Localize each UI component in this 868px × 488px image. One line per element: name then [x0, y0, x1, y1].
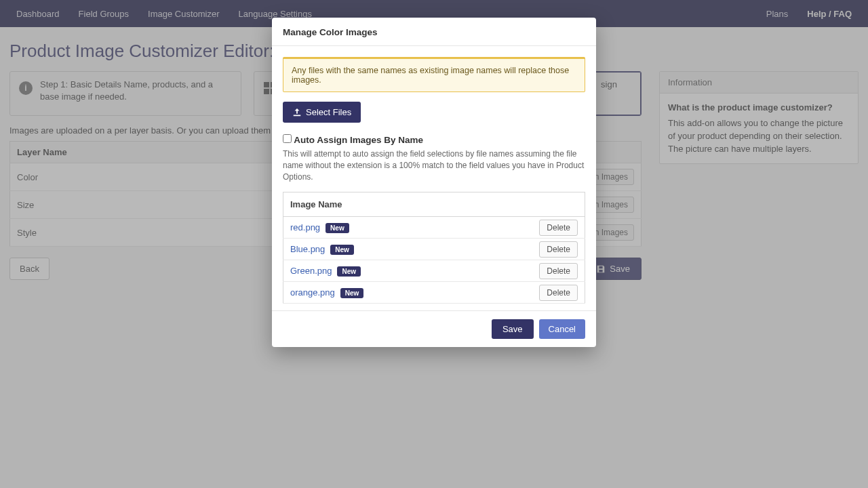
table-row: orange.pngNew Delete	[283, 282, 585, 304]
new-badge: New	[340, 288, 364, 298]
auto-assign-checkbox[interactable]	[283, 134, 292, 143]
auto-assign-label[interactable]: Auto Assign Images By Name	[283, 135, 423, 145]
image-name-link[interactable]: orange.png	[290, 287, 335, 298]
image-name-link[interactable]: Green.png	[290, 266, 332, 276]
table-row: Blue.pngNew Delete	[283, 239, 585, 260]
images-table-header: Image Name	[283, 192, 531, 217]
upload-icon	[292, 108, 302, 117]
images-table: Image Name red.pngNew Delete Blue.pngNew…	[283, 192, 585, 304]
new-badge: New	[330, 245, 354, 255]
manage-images-modal: Manage Color Images Any files with the s…	[272, 18, 596, 347]
delete-button[interactable]: Delete	[539, 285, 578, 301]
image-name-link[interactable]: Blue.png	[290, 244, 325, 254]
delete-button[interactable]: Delete	[539, 241, 578, 258]
modal-cancel-button[interactable]: Cancel	[539, 319, 585, 339]
select-files-button[interactable]: Select Files	[283, 102, 361, 123]
modal-title: Manage Color Images	[272, 18, 596, 46]
modal-save-button[interactable]: Save	[492, 319, 534, 339]
auto-assign-help: This will attempt to auto assign the fie…	[283, 148, 585, 182]
table-row: red.pngNew Delete	[283, 217, 585, 239]
delete-button[interactable]: Delete	[539, 220, 578, 236]
new-badge: New	[326, 223, 349, 233]
new-badge: New	[337, 266, 361, 277]
delete-button[interactable]: Delete	[539, 263, 578, 279]
select-files-label: Select Files	[306, 107, 351, 117]
image-name-link[interactable]: red.png	[290, 222, 320, 232]
table-row: Green.pngNew Delete	[283, 260, 585, 282]
warning-banner: Any files with the same names as existin…	[283, 57, 585, 92]
